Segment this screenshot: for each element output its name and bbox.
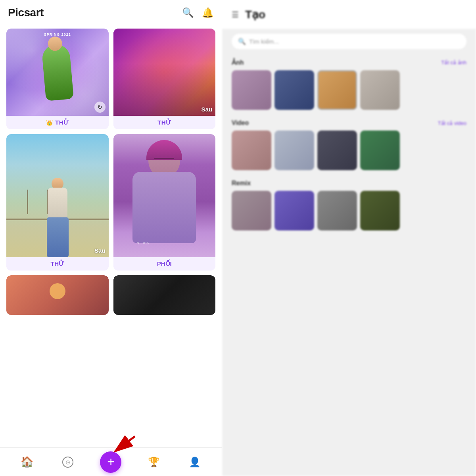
card-moon xyxy=(6,275,109,315)
videos-section-header: Video Tất cả video xyxy=(232,119,466,127)
trophy-icon: 🏆 xyxy=(148,457,160,468)
plus-icon: + xyxy=(107,455,115,468)
header-icons: 🔍 🔔 xyxy=(182,7,214,18)
card-spring-bg xyxy=(6,29,109,116)
nav-create-button[interactable]: + xyxy=(100,451,121,473)
video-thumb-3[interactable] xyxy=(317,131,357,170)
photos-section-link[interactable]: Tất cả ảnh xyxy=(441,60,466,65)
card-outdoor-bg: Sau xyxy=(6,134,109,257)
remix-thumb-1[interactable] xyxy=(232,191,271,230)
card-concert-image: Sau xyxy=(113,29,216,116)
cards-row-2: Sau THỬ xyxy=(6,134,215,271)
cards-row-3 xyxy=(6,275,215,315)
card-hoodie-footer: PHỐI xyxy=(113,257,216,271)
card-concert: Sau THỬ xyxy=(113,29,216,129)
photo-thumb-2[interactable] xyxy=(274,70,314,110)
sau-label-1: Sau xyxy=(201,106,212,113)
videos-thumbnails xyxy=(232,131,466,170)
sau-label-outdoor: Sau xyxy=(94,247,106,254)
remix-thumb-2[interactable] xyxy=(274,191,314,230)
crown-icon: 👑 xyxy=(46,119,53,126)
right-search-bar[interactable]: 🔍 Tìm kiếm... xyxy=(232,34,466,49)
remix-thumb-3[interactable] xyxy=(317,191,357,230)
card-concert-try-button[interactable]: THỬ xyxy=(157,119,171,126)
photos-section-header: Ảnh Tất cả ảnh xyxy=(232,59,466,66)
card-concert-footer: THỬ xyxy=(113,116,216,129)
card-spring-try-button[interactable]: THỬ xyxy=(55,119,69,126)
app-logo: Picsart xyxy=(8,6,44,19)
card-spring: ↻ 👑 THỬ xyxy=(6,29,109,129)
video-thumb-2[interactable] xyxy=(274,131,314,170)
app-header: Picsart 🔍 🔔 xyxy=(0,0,222,25)
video-thumb-1[interactable] xyxy=(232,131,271,170)
nav-explore[interactable]: ◎ xyxy=(59,453,77,471)
remix-section: Remix xyxy=(222,175,476,235)
video-thumb-4[interactable] xyxy=(360,131,400,170)
cards-row-1: ↻ 👑 THỬ Sau xyxy=(6,29,215,129)
right-header: ☰ Tạo xyxy=(222,0,476,29)
photos-thumbnails xyxy=(232,70,466,110)
videos-section-title: Video xyxy=(232,119,249,127)
refresh-icon[interactable]: ↻ xyxy=(94,102,106,113)
remix-thumb-4[interactable] xyxy=(360,191,400,230)
card-dark-image xyxy=(113,275,216,315)
card-outdoor-try-button[interactable]: THỬ xyxy=(51,260,65,267)
card-dark xyxy=(113,275,216,315)
remix-section-title: Remix xyxy=(232,180,251,187)
card-outdoor-image: Sau xyxy=(6,134,109,257)
nav-home[interactable]: 🏠 xyxy=(18,453,36,471)
bottom-navigation: 🏠 ◎ + 🏆 👤 xyxy=(0,447,222,476)
card-hoodie-image: N... #15 xyxy=(113,134,216,257)
menu-icon: ☰ xyxy=(232,10,239,19)
photo-thumb-1[interactable] xyxy=(232,70,271,110)
card-hoodie-bg: N... #15 xyxy=(113,134,216,257)
card-spring-image: ↻ xyxy=(6,29,109,116)
right-panel: ☰ Tạo 🔍 Tìm kiếm... Ảnh Tất cả ảnh Video… xyxy=(222,0,476,476)
card-moon-image xyxy=(6,275,109,315)
remix-section-header: Remix xyxy=(232,180,466,187)
card-concert-bg: Sau xyxy=(113,29,216,116)
card-moon-bg xyxy=(6,275,109,315)
nav-profile[interactable]: 👤 xyxy=(186,453,203,471)
card-dark-bg xyxy=(113,275,216,315)
person-icon: 👤 xyxy=(189,457,201,468)
card-spring-footer: 👑 THỬ xyxy=(6,116,109,129)
compass-icon: ◎ xyxy=(62,457,73,468)
nav-trophy[interactable]: 🏆 xyxy=(145,453,163,471)
content-area: ↻ 👑 THỬ Sau xyxy=(0,25,222,447)
photo-thumb-3[interactable] xyxy=(317,70,357,110)
card-hoodie: N... #15 PHỐI xyxy=(113,134,216,271)
right-panel-title: Tạo xyxy=(245,8,265,21)
card-outdoor-footer: THỬ xyxy=(6,257,109,271)
videos-section: Video Tất cả video xyxy=(222,115,476,175)
search-icon-right: 🔍 xyxy=(238,38,246,45)
remix-thumbnails xyxy=(232,191,466,230)
card-hoodie-paid-button[interactable]: PHỐI xyxy=(157,260,172,267)
search-placeholder-text: Tìm kiếm... xyxy=(249,38,279,45)
photos-section: Ảnh Tất cả ảnh xyxy=(222,54,476,115)
bell-icon[interactable]: 🔔 xyxy=(202,7,214,18)
card-outdoor: Sau THỬ xyxy=(6,134,109,271)
videos-section-link[interactable]: Tất cả video xyxy=(438,120,466,126)
photos-section-title: Ảnh xyxy=(232,59,244,66)
search-icon[interactable]: 🔍 xyxy=(182,7,194,18)
home-icon: 🏠 xyxy=(21,456,33,468)
photo-thumb-4[interactable] xyxy=(360,70,400,110)
